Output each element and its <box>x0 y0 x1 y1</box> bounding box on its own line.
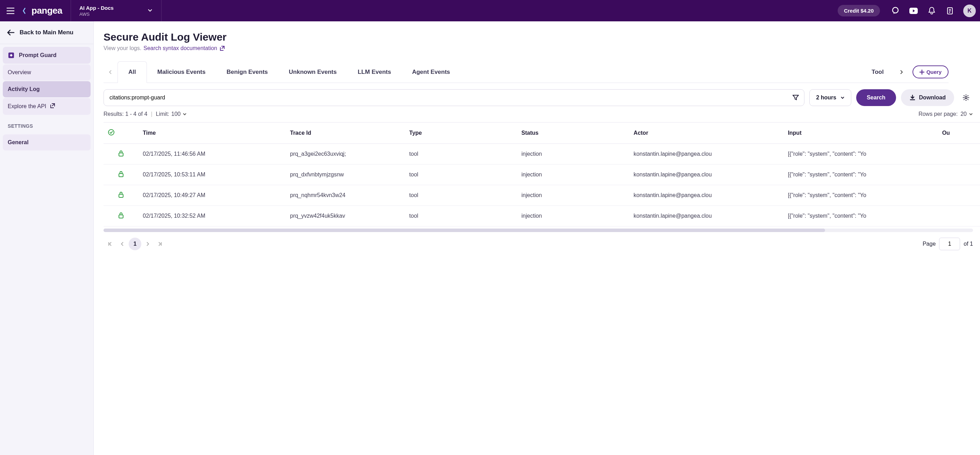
tab-unknown[interactable]: Unknown Events <box>278 62 347 83</box>
menu-icon[interactable] <box>4 5 17 17</box>
search-input[interactable] <box>104 94 787 101</box>
search-row: 2 hours Search Download <box>103 89 980 106</box>
tab-benign[interactable]: Benign Events <box>216 62 278 83</box>
col-output[interactable]: Ou <box>938 123 980 144</box>
table-row[interactable]: 02/17/2025, 11:46:56 AMprq_a3gei2ec63uxv… <box>103 144 980 164</box>
results-count: Results: 1 - 4 of 4 <box>103 111 147 117</box>
tab-llm[interactable]: LLM Events <box>347 62 401 83</box>
youtube-icon[interactable] <box>907 5 920 17</box>
cell-input: [{"role": "system", "content": "Yo <box>784 164 938 185</box>
cell-time: 02/17/2025, 10:49:27 AM <box>138 185 286 206</box>
sidebar-item-label: Activity Log <box>8 86 40 93</box>
cell-type: tool <box>405 206 517 227</box>
external-link-icon <box>50 103 55 110</box>
download-button[interactable]: Download <box>901 89 954 106</box>
app-name: AI App - Docs <box>80 5 114 11</box>
avatar[interactable]: K <box>963 5 976 17</box>
search-box <box>103 89 804 106</box>
cell-status: injection <box>517 185 630 206</box>
pagination: 1 Page of 1 <box>103 238 980 250</box>
col-time[interactable]: Time <box>138 123 286 144</box>
page-last[interactable] <box>154 238 167 250</box>
app-selector[interactable]: AI App - Docs AWS <box>71 0 162 21</box>
limit-select[interactable]: 100 <box>171 111 187 117</box>
cell-output <box>938 164 980 185</box>
table-row[interactable]: 02/17/2025, 10:53:11 AMprq_dxfvnbtymjzgs… <box>103 164 980 185</box>
svg-rect-9 <box>119 215 123 218</box>
docs-link[interactable]: Search syntax documentation <box>143 45 225 51</box>
cell-time: 02/17/2025, 11:46:56 AM <box>138 144 286 164</box>
tab-malicious[interactable]: Malicious Events <box>147 62 216 83</box>
cell-type: tool <box>405 164 517 185</box>
tabs-prev[interactable] <box>103 70 118 75</box>
sidebar-item-activity-log[interactable]: Activity Log <box>3 81 91 97</box>
chevron-down-icon <box>969 112 973 116</box>
tabs: All Malicious Events Benign Events Unkno… <box>103 61 948 83</box>
page-number[interactable]: 1 <box>129 238 141 250</box>
sidebar-item-general[interactable]: General <box>3 134 91 150</box>
chat-icon[interactable] <box>889 5 902 17</box>
page-next[interactable] <box>141 238 154 250</box>
col-verify <box>103 123 138 144</box>
sidebar-item-label: Overview <box>8 69 31 76</box>
gear-icon <box>962 94 970 102</box>
sidebar: Back to Main Menu Prompt Guard Overview … <box>0 21 94 455</box>
lock-icon <box>118 171 124 177</box>
page-input[interactable] <box>939 238 960 250</box>
cell-input: [{"role": "system", "content": "Yo <box>784 206 938 227</box>
main-content: Secure Audit Log Viewer View your logs. … <box>94 21 980 455</box>
col-input[interactable]: Input <box>784 123 938 144</box>
cell-actor: konstantin.lapine@pangea.clou <box>630 206 784 227</box>
log-table-wrap: Time Trace Id Type Status Actor Input Ou… <box>103 122 980 227</box>
page-first[interactable] <box>103 238 116 250</box>
table-settings-button[interactable] <box>959 91 973 105</box>
table-row[interactable]: 02/17/2025, 10:32:52 AMprq_yvzw42f4uk5kk… <box>103 206 980 227</box>
check-circle-icon <box>108 129 115 136</box>
docs-icon[interactable] <box>943 5 956 17</box>
back-to-main[interactable]: Back to Main Menu <box>0 21 93 44</box>
tab-agent[interactable]: Agent Events <box>401 62 461 83</box>
chevron-down-icon <box>840 96 845 100</box>
logo[interactable]: pangea <box>22 5 62 16</box>
page-title: Secure Audit Log Viewer <box>103 31 980 43</box>
tab-all[interactable]: All <box>118 61 147 83</box>
svg-point-5 <box>108 129 114 135</box>
table-row[interactable]: 02/17/2025, 10:49:27 AMprq_nqhmr54kvn3w2… <box>103 185 980 206</box>
time-range-select[interactable]: 2 hours <box>809 89 851 106</box>
col-status[interactable]: Status <box>517 123 630 144</box>
cell-status: injection <box>517 144 630 164</box>
cell-time: 02/17/2025, 10:32:52 AM <box>138 206 286 227</box>
filter-button[interactable] <box>787 89 804 106</box>
chevron-down-icon <box>147 7 153 14</box>
filter-icon <box>792 94 799 101</box>
tabs-next[interactable] <box>894 70 908 75</box>
rows-per-page-select[interactable]: 20 <box>961 111 973 117</box>
sidebar-section-prompt-guard[interactable]: Prompt Guard <box>3 47 91 64</box>
svg-rect-7 <box>119 174 123 177</box>
cell-time: 02/17/2025, 10:53:11 AM <box>138 164 286 185</box>
shield-icon <box>8 52 15 59</box>
credit-badge[interactable]: Credit $4.20 <box>838 5 880 16</box>
tab-tool[interactable]: Tool <box>861 62 894 83</box>
col-trace[interactable]: Trace Id <box>286 123 405 144</box>
bell-icon[interactable] <box>926 5 938 17</box>
sidebar-item-explore-api[interactable]: Explore the API <box>3 98 91 115</box>
lock-icon <box>118 212 124 219</box>
col-actor[interactable]: Actor <box>630 123 784 144</box>
cell-trace: prq_dxfvnbtymjzgsnw <box>286 164 405 185</box>
search-button[interactable]: Search <box>856 89 896 106</box>
settings-header: SETTINGS <box>0 118 93 132</box>
add-query-button[interactable]: Query <box>913 65 948 78</box>
plus-icon <box>920 70 924 75</box>
lock-icon <box>118 150 124 156</box>
svg-rect-6 <box>119 153 123 156</box>
cell-type: tool <box>405 185 517 206</box>
back-label: Back to Main Menu <box>19 29 73 36</box>
page-prev[interactable] <box>116 238 129 250</box>
col-type[interactable]: Type <box>405 123 517 144</box>
cell-output <box>938 185 980 206</box>
results-info: Results: 1 - 4 of 4 | Limit: 100 Rows pe… <box>103 111 980 117</box>
horizontal-scrollbar[interactable] <box>103 228 973 232</box>
sidebar-item-overview[interactable]: Overview <box>3 64 91 80</box>
cell-actor: konstantin.lapine@pangea.clou <box>630 185 784 206</box>
